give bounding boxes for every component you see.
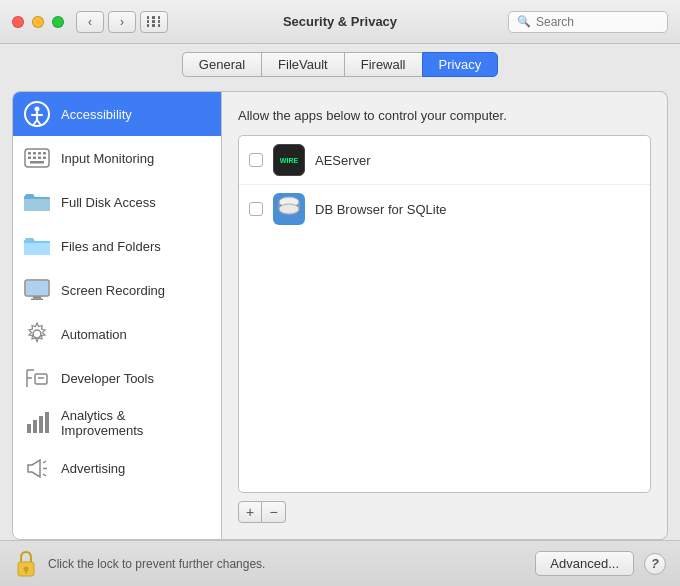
- list-actions: + −: [238, 501, 651, 523]
- svg-rect-14: [43, 157, 46, 160]
- sidebar-item-advertising[interactable]: Advertising: [13, 446, 221, 490]
- lock-status-text: Click the lock to prevent further change…: [48, 557, 525, 571]
- sidebar-item-screen-recording-label: Screen Recording: [61, 283, 165, 298]
- bottom-bar: Click the lock to prevent further change…: [0, 540, 680, 586]
- panel-description: Allow the apps below to control your com…: [238, 108, 651, 123]
- nav-buttons: ‹ ›: [76, 11, 136, 33]
- svg-point-36: [24, 566, 29, 571]
- svg-rect-18: [33, 297, 41, 299]
- sidebar-item-files-and-folders[interactable]: Files and Folders: [13, 224, 221, 268]
- search-icon: 🔍: [517, 15, 531, 28]
- tab-firewall[interactable]: Firewall: [344, 52, 422, 77]
- sidebar-item-files-and-folders-label: Files and Folders: [61, 239, 161, 254]
- apps-list: WIRE AEServer DB Browser for SQLite: [238, 135, 651, 493]
- aeserver-checkbox[interactable]: [249, 153, 263, 167]
- accessibility-icon: [23, 100, 51, 128]
- sidebar-item-automation-label: Automation: [61, 327, 127, 342]
- svg-rect-8: [33, 152, 36, 155]
- megaphone-icon: [23, 454, 51, 482]
- dbsqlite-icon: [273, 193, 305, 225]
- sidebar-item-analytics-label: Analytics & Improvements: [61, 408, 211, 438]
- svg-rect-13: [38, 157, 41, 160]
- right-panel: Allow the apps below to control your com…: [222, 91, 668, 540]
- minimize-button[interactable]: [32, 16, 44, 28]
- back-button[interactable]: ‹: [76, 11, 104, 33]
- monitor-icon: [23, 276, 51, 304]
- folder-blue-icon: [23, 188, 51, 216]
- svg-rect-12: [33, 157, 36, 160]
- sidebar: Accessibility Input Monitoring: [12, 91, 222, 540]
- forward-button[interactable]: ›: [108, 11, 136, 33]
- svg-point-34: [279, 204, 299, 214]
- tab-privacy[interactable]: Privacy: [422, 52, 499, 77]
- titlebar: ‹ › Security & Privacy 🔍: [0, 0, 680, 44]
- svg-rect-9: [38, 152, 41, 155]
- aeserver-icon-text: WIRE: [280, 157, 298, 164]
- sidebar-item-accessibility[interactable]: Accessibility: [13, 92, 221, 136]
- svg-point-20: [33, 330, 41, 338]
- lock-icon[interactable]: [14, 548, 38, 580]
- svg-rect-17: [26, 281, 48, 295]
- sidebar-item-full-disk-access-label: Full Disk Access: [61, 195, 156, 210]
- svg-rect-15: [30, 161, 44, 164]
- dbsqlite-checkbox[interactable]: [249, 202, 263, 216]
- main-content: Accessibility Input Monitoring: [0, 83, 680, 540]
- help-button[interactable]: ?: [644, 553, 666, 575]
- sidebar-item-developer-tools[interactable]: Developer Tools: [13, 356, 221, 400]
- sidebar-item-analytics[interactable]: Analytics & Improvements: [13, 400, 221, 446]
- keyboard-icon: [23, 144, 51, 172]
- tab-filevault[interactable]: FileVault: [261, 52, 344, 77]
- svg-rect-24: [35, 374, 47, 384]
- add-app-button[interactable]: +: [238, 501, 262, 523]
- sidebar-item-developer-tools-label: Developer Tools: [61, 371, 154, 386]
- svg-rect-10: [43, 152, 46, 155]
- sidebar-item-advertising-label: Advertising: [61, 461, 125, 476]
- svg-line-30: [43, 461, 46, 463]
- window-title: Security & Privacy: [283, 14, 397, 29]
- svg-rect-29: [45, 412, 49, 433]
- search-box[interactable]: 🔍: [508, 11, 668, 33]
- traffic-lights: [12, 16, 64, 28]
- dbsqlite-name: DB Browser for SQLite: [315, 202, 447, 217]
- folder-files-icon: [23, 232, 51, 260]
- svg-rect-19: [31, 299, 43, 301]
- maximize-button[interactable]: [52, 16, 64, 28]
- tabs-bar: General FileVault Firewall Privacy: [0, 44, 680, 83]
- chart-icon: [23, 409, 51, 437]
- tab-general[interactable]: General: [182, 52, 261, 77]
- svg-line-32: [43, 474, 46, 476]
- developer-tools-icon: [23, 364, 51, 392]
- sidebar-item-full-disk-access[interactable]: Full Disk Access: [13, 180, 221, 224]
- sidebar-item-input-monitoring[interactable]: Input Monitoring: [13, 136, 221, 180]
- svg-rect-26: [27, 424, 31, 433]
- svg-point-1: [35, 107, 40, 112]
- sidebar-item-automation[interactable]: Automation: [13, 312, 221, 356]
- close-button[interactable]: [12, 16, 24, 28]
- app-row-dbsqlite[interactable]: DB Browser for SQLite: [239, 185, 650, 233]
- sidebar-item-screen-recording[interactable]: Screen Recording: [13, 268, 221, 312]
- aeserver-name: AEServer: [315, 153, 371, 168]
- svg-rect-27: [33, 420, 37, 433]
- svg-rect-11: [28, 157, 31, 160]
- advanced-button[interactable]: Advanced...: [535, 551, 634, 576]
- remove-app-button[interactable]: −: [262, 501, 286, 523]
- svg-line-5: [37, 120, 40, 124]
- svg-rect-28: [39, 416, 43, 433]
- aeserver-icon: WIRE: [273, 144, 305, 176]
- grid-button[interactable]: [140, 11, 168, 33]
- sidebar-item-accessibility-label: Accessibility: [61, 107, 132, 122]
- grid-icon: [147, 16, 162, 27]
- app-row-aeserver[interactable]: WIRE AEServer: [239, 136, 650, 185]
- sidebar-item-input-monitoring-label: Input Monitoring: [61, 151, 154, 166]
- svg-rect-7: [28, 152, 31, 155]
- search-input[interactable]: [536, 15, 659, 29]
- gear-icon: [23, 320, 51, 348]
